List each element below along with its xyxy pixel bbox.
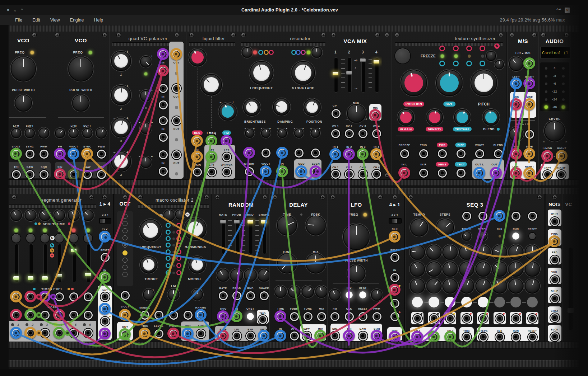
harmonics-knob[interactable] <box>185 218 206 239</box>
seq-knob[interactable] <box>493 245 506 259</box>
step-button[interactable] <box>478 297 489 307</box>
cable-plug[interactable] <box>494 210 505 222</box>
port[interactable] <box>84 311 93 320</box>
knob[interactable] <box>311 129 319 137</box>
port[interactable] <box>169 311 178 320</box>
port[interactable] <box>172 150 181 159</box>
seq-knob[interactable] <box>526 245 539 259</box>
port[interactable] <box>390 273 399 282</box>
cable-plug[interactable] <box>10 309 22 321</box>
gate-port[interactable] <box>446 314 455 323</box>
button[interactable] <box>346 291 353 299</box>
port[interactable] <box>550 294 559 303</box>
knob[interactable] <box>112 118 130 137</box>
gate-port[interactable] <box>495 314 504 323</box>
knob[interactable] <box>312 48 321 57</box>
port[interactable] <box>97 150 106 159</box>
cable-plug[interactable] <box>343 330 355 342</box>
port[interactable] <box>290 312 299 321</box>
cable-plug[interactable] <box>276 147 288 159</box>
knob[interactable] <box>144 290 154 300</box>
slider-handle[interactable] <box>261 220 267 224</box>
frequency-knob[interactable] <box>140 220 161 241</box>
port[interactable] <box>295 149 304 158</box>
cable-plug[interactable] <box>191 151 203 163</box>
gate-port[interactable] <box>430 314 439 323</box>
cable-plug[interactable] <box>523 98 535 110</box>
seq-knob[interactable] <box>476 262 490 276</box>
seq-knob[interactable] <box>526 279 539 293</box>
cable-plug[interactable] <box>357 148 369 160</box>
port[interactable] <box>372 129 381 138</box>
cable-plug[interactable] <box>68 148 79 160</box>
port[interactable] <box>40 150 48 159</box>
port[interactable] <box>543 170 552 179</box>
port[interactable] <box>557 170 566 179</box>
port[interactable] <box>12 170 21 179</box>
slider-handle[interactable] <box>71 249 77 252</box>
cable-plug[interactable] <box>10 327 22 339</box>
port[interactable] <box>345 312 354 321</box>
port[interactable] <box>438 169 447 178</box>
cable-plug[interactable] <box>398 167 410 179</box>
slider-handle[interactable] <box>42 276 48 280</box>
port[interactable] <box>511 333 520 342</box>
knob[interactable] <box>112 52 130 70</box>
knob[interactable] <box>455 110 470 125</box>
port[interactable] <box>55 292 64 301</box>
octave-ring[interactable] <box>122 221 128 226</box>
knob[interactable] <box>192 290 202 300</box>
knob[interactable] <box>26 210 36 220</box>
port[interactable] <box>40 170 48 179</box>
seq-knob[interactable] <box>509 245 523 259</box>
cable-plug[interactable] <box>510 148 522 160</box>
plugin-close-icon[interactable]: ✕ <box>565 8 570 13</box>
cable-plug[interactable] <box>53 309 65 321</box>
button[interactable] <box>26 234 35 243</box>
step-button[interactable] <box>527 297 538 307</box>
port[interactable] <box>159 84 168 93</box>
octave-ring[interactable] <box>122 265 128 270</box>
port[interactable] <box>358 332 367 340</box>
knob[interactable] <box>274 99 290 115</box>
size-knob[interactable] <box>437 70 462 95</box>
seq-knob[interactable] <box>493 279 506 293</box>
port[interactable] <box>511 212 520 221</box>
port[interactable] <box>260 291 269 300</box>
port[interactable] <box>390 299 399 308</box>
mix-knob[interactable] <box>306 254 325 273</box>
cable-plug[interactable] <box>54 148 66 160</box>
knob[interactable] <box>275 286 286 297</box>
port[interactable] <box>84 329 93 338</box>
knob[interactable] <box>39 128 48 138</box>
port[interactable] <box>311 149 320 158</box>
cable-plug[interactable] <box>295 165 307 177</box>
port[interactable] <box>172 116 181 125</box>
port[interactable] <box>290 332 299 340</box>
knob[interactable] <box>112 152 130 171</box>
fm-knob[interactable] <box>219 103 236 120</box>
cable-plug[interactable] <box>523 57 535 69</box>
cable-plug[interactable] <box>523 167 535 179</box>
port[interactable] <box>457 169 466 178</box>
port[interactable] <box>121 291 130 300</box>
knob[interactable] <box>330 290 340 300</box>
port[interactable] <box>184 311 193 320</box>
knob[interactable] <box>510 57 523 70</box>
port[interactable] <box>438 149 447 158</box>
seq-knob[interactable] <box>427 262 441 276</box>
knob[interactable] <box>302 286 313 297</box>
tempo-knob[interactable] <box>411 219 427 236</box>
cable-plug[interactable] <box>99 231 111 243</box>
seq-knob[interactable] <box>526 262 539 276</box>
port[interactable] <box>159 167 168 176</box>
knob[interactable] <box>69 129 78 137</box>
cable-plug[interactable] <box>473 167 485 179</box>
cable-plug[interactable] <box>24 309 36 321</box>
port[interactable] <box>494 149 503 158</box>
cable-plug[interactable] <box>205 151 217 163</box>
knob[interactable] <box>141 157 151 167</box>
knob[interactable] <box>483 110 499 125</box>
knob[interactable] <box>463 232 471 240</box>
cable-plug[interactable] <box>24 327 36 339</box>
